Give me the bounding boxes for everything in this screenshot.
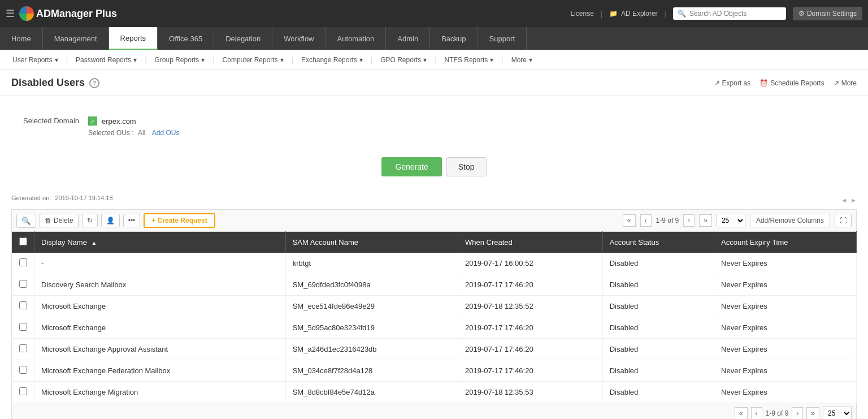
nav-item-automation[interactable]: Automation	[326, 27, 387, 50]
search-icon: 🔍	[21, 217, 31, 225]
row-when-created: 2019-07-17 17:46:20	[458, 360, 602, 382]
license-link[interactable]: License	[570, 10, 593, 18]
col-sam-account[interactable]: SAM Account Name	[285, 232, 458, 253]
nav-item-management[interactable]: Management	[43, 27, 109, 50]
delete-button[interactable]: 🗑 Delete	[40, 214, 79, 227]
row-account-status: Disabled	[602, 317, 714, 339]
pagination-next-button[interactable]: ›	[683, 214, 695, 227]
nav-item-backup[interactable]: Backup	[430, 27, 478, 50]
subnav-user-reports[interactable]: User Reports ▾	[6, 50, 65, 70]
row-sam-account: SM_8d8cbf84e5e74d12a	[285, 382, 458, 403]
row-checkbox[interactable]	[19, 323, 27, 331]
search-input[interactable]	[689, 10, 782, 18]
row-display-name: Microsoft Exchange Federation Mailbox	[34, 360, 286, 382]
nav-item-delegation[interactable]: Delegation	[214, 27, 272, 50]
search-box[interactable]: 🔍	[673, 7, 786, 20]
col-display-name[interactable]: Display Name ▲	[34, 232, 286, 253]
info-icon[interactable]: ?	[89, 78, 99, 88]
table-row: Microsoft Exchange Migration SM_8d8cbf84…	[12, 382, 857, 403]
selected-ous-label: Selected OUs :	[88, 129, 134, 137]
nav-item-office365[interactable]: Office 365	[158, 27, 214, 50]
subnav-ntfs-reports[interactable]: NTFS Reports ▾	[438, 50, 501, 70]
row-checkbox-cell	[12, 296, 34, 317]
subnav-more[interactable]: More ▾	[505, 50, 539, 70]
subnav-exchange-reports[interactable]: Exchange Reports ▾	[294, 50, 370, 70]
bottom-pagination-last[interactable]: »	[806, 407, 819, 419]
more-actions-button[interactable]: •••	[123, 214, 141, 227]
nav-item-admin[interactable]: Admin	[386, 27, 430, 50]
row-checkbox-cell	[12, 253, 34, 274]
stop-button[interactable]: Stop	[446, 157, 487, 176]
page-size-select[interactable]: 25 50 100	[717, 214, 745, 227]
fullscreen-button[interactable]: ⛶	[835, 214, 852, 227]
page-actions: ↗ Export as ⏰ Schedule Reports ↗ More	[714, 79, 857, 87]
selected-domain-label: Selected Domain	[11, 116, 79, 125]
row-checkbox[interactable]	[19, 301, 27, 309]
export-as-button[interactable]: ↗ Export as	[714, 79, 751, 87]
domain-settings-button[interactable]: ⚙ Domain Settings	[793, 7, 862, 20]
top-bar-left: ☰ ADManager Plus	[6, 6, 117, 21]
search-toggle-button[interactable]: 🔍	[16, 214, 36, 228]
row-checkbox[interactable]	[19, 344, 27, 352]
bottom-pagination-first[interactable]: «	[735, 407, 748, 419]
ad-explorer-link[interactable]: 📁 AD Explorer	[609, 10, 657, 18]
hamburger-menu[interactable]: ☰	[6, 7, 15, 20]
row-checkbox-cell	[12, 274, 34, 296]
row-when-created: 2019-07-17 16:00:52	[458, 253, 602, 274]
chevron-down-icon: ▾	[133, 56, 137, 64]
bottom-page-size-select[interactable]: 25 50 100	[823, 407, 852, 419]
subnav-group-reports[interactable]: Group Reports ▾	[148, 50, 212, 70]
domain-checkbox[interactable]: ✓	[88, 116, 97, 126]
schedule-reports-button[interactable]: ⏰ Schedule Reports	[760, 79, 824, 87]
gear-icon: ⚙	[798, 10, 805, 18]
row-checkbox[interactable]	[19, 387, 27, 395]
row-sam-account: krbtgt	[285, 253, 458, 274]
more-button[interactable]: ↗ More	[834, 79, 857, 87]
table-row: Microsoft Exchange Federation Mailbox SM…	[12, 360, 857, 382]
row-account-expiry: Never Expires	[714, 360, 857, 382]
header-checkbox[interactable]	[19, 237, 27, 245]
row-account-expiry: Never Expires	[714, 296, 857, 317]
user-icon: 👤	[106, 217, 115, 224]
pagination-first-button[interactable]: «	[623, 214, 636, 227]
export-icon: ↗	[714, 79, 720, 87]
row-checkbox[interactable]	[19, 280, 27, 288]
row-account-expiry: Never Expires	[714, 274, 857, 296]
row-checkbox-cell	[12, 360, 34, 382]
add-remove-columns-button[interactable]: Add/Remove Columns	[750, 214, 830, 227]
row-account-expiry: Never Expires	[714, 382, 857, 403]
nav-item-home[interactable]: Home	[0, 27, 43, 50]
col-account-expiry[interactable]: Account Expiry Time	[714, 232, 857, 253]
nav-item-workflow[interactable]: Workflow	[272, 27, 326, 50]
add-ous-link[interactable]: Add OUs	[152, 129, 180, 137]
pagination-last-button[interactable]: »	[699, 214, 712, 227]
bottom-pagination-next[interactable]: ›	[792, 407, 803, 419]
row-when-created: 2019-07-18 12:35:53	[458, 382, 602, 403]
row-when-created: 2019-07-18 12:35:52	[458, 296, 602, 317]
search-icon: 🔍	[678, 10, 686, 18]
nav-item-reports[interactable]: Reports	[109, 27, 158, 50]
pagination-prev-button[interactable]: ‹	[640, 214, 652, 227]
app-logo: ADManager Plus	[19, 6, 117, 21]
table-nav-prev: ◄	[841, 197, 847, 204]
subnav-gpo-reports[interactable]: GPO Reports ▾	[374, 50, 433, 70]
col-when-created[interactable]: When Created	[458, 232, 602, 253]
col-account-status[interactable]: Account Status	[602, 232, 714, 253]
generate-button[interactable]: Generate	[381, 157, 441, 176]
row-account-status: Disabled	[602, 360, 714, 382]
create-request-button[interactable]: + Create Request	[144, 213, 215, 228]
toolbar-left: 🔍 🗑 Delete ↻ 👤 ••• + Create Request	[16, 213, 215, 228]
chevron-down-icon: ▾	[359, 56, 363, 64]
action2-button[interactable]: 👤	[101, 214, 120, 227]
subnav-password-reports[interactable]: Password Reports ▾	[69, 50, 144, 70]
top-bar-right: License | 📁 AD Explorer | 🔍 ⚙ Domain Set…	[570, 7, 862, 20]
bottom-pagination-prev[interactable]: ‹	[751, 407, 762, 419]
nav-item-support[interactable]: Support	[478, 27, 527, 50]
row-checkbox[interactable]	[19, 366, 27, 374]
action1-button[interactable]: ↻	[82, 214, 98, 227]
row-checkbox[interactable]	[19, 258, 27, 266]
row-account-expiry: Never Expires	[714, 253, 857, 274]
subnav-computer-reports[interactable]: Computer Reports ▾	[216, 50, 290, 70]
row-when-created: 2019-07-17 17:46:20	[458, 339, 602, 360]
row-sam-account: SM_ece514fde86e49e29	[285, 296, 458, 317]
